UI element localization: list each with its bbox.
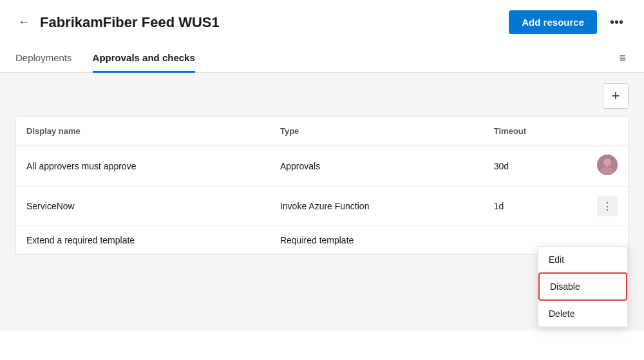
cell-display-name: Extend a required template — [16, 226, 270, 255]
tab-deployments[interactable]: Deployments — [15, 44, 72, 73]
cell-timeout: 1d — [484, 187, 587, 226]
context-menu-item-delete[interactable]: Delete — [538, 301, 627, 327]
col-display-name: Display name — [16, 117, 270, 146]
filter-button[interactable]: ≡ — [616, 49, 629, 68]
cell-action: ⋮ — [587, 187, 628, 226]
filter-icon: ≡ — [619, 52, 626, 64]
cell-type: Required template — [270, 226, 484, 255]
more-options-button[interactable]: ••• — [605, 12, 629, 32]
add-resource-button[interactable]: Add resource — [509, 10, 597, 34]
table-row: Extend a required template Required temp… — [16, 226, 628, 255]
table-row: ServiceNow Invoke Azure Function 1d ⋮ — [16, 187, 628, 226]
checks-table: Display name Type Timeout All approvers … — [16, 117, 628, 254]
col-timeout: Timeout — [484, 117, 587, 146]
back-icon: ← — [18, 15, 30, 29]
header: ← FabrikamFiber Feed WUS1 Add resource •… — [0, 0, 644, 44]
tab-approvals-and-checks[interactable]: Approvals and checks — [93, 44, 195, 73]
row-more-button[interactable]: ⋮ — [597, 196, 618, 216]
page-title: FabrikamFiber Feed WUS1 — [40, 14, 509, 31]
cell-display-name: ServiceNow — [16, 187, 270, 226]
context-menu: Edit Disable Delete — [538, 246, 628, 327]
col-actions — [587, 117, 628, 146]
table-header-row: Display name Type Timeout — [16, 117, 628, 146]
col-type: Type — [270, 117, 484, 146]
context-menu-item-disable[interactable]: Disable — [538, 272, 627, 301]
tabs-bar: Deployments Approvals and checks ≡ — [0, 44, 644, 73]
svg-point-1 — [603, 158, 611, 166]
cell-timeout: 30d — [484, 146, 587, 187]
avatar-image — [597, 155, 618, 175]
cell-action — [587, 146, 628, 187]
content-area: + Display name Type Timeout All approv — [0, 73, 644, 330]
back-button[interactable]: ← — [15, 13, 32, 32]
checks-table-container: Display name Type Timeout All approvers … — [15, 117, 629, 255]
table-row: All approvers must approve Approvals 30d — [16, 146, 628, 187]
context-menu-item-edit[interactable]: Edit — [538, 247, 627, 272]
row-more-icon: ⋮ — [602, 200, 612, 213]
cell-display-name: All approvers must approve — [16, 146, 270, 187]
page: ← FabrikamFiber Feed WUS1 Add resource •… — [0, 0, 644, 360]
add-check-button[interactable]: + — [603, 83, 629, 109]
toolbar-row: + — [15, 83, 629, 109]
cell-type: Invoke Azure Function — [270, 187, 484, 226]
avatar — [597, 155, 618, 175]
more-icon: ••• — [610, 15, 623, 29]
cell-type: Approvals — [270, 146, 484, 187]
plus-icon: + — [612, 88, 620, 104]
